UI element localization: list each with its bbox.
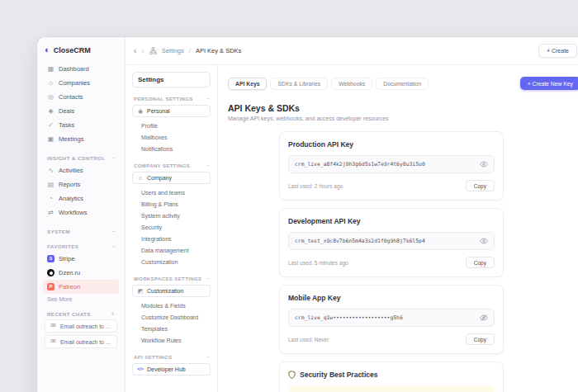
sitemap-icon: [149, 47, 157, 54]
create-button[interactable]: + Create: [538, 44, 577, 58]
page-subtitle: Manage API keys, webhooks, and access de…: [228, 116, 578, 121]
sidebar-item-activities[interactable]: ∿ Activities: [43, 163, 119, 177]
card-footer: Last used: 2 hours ago Copy: [288, 180, 495, 191]
settings-item-customization-parent[interactable]: ◩ Customization: [132, 285, 211, 297]
add-chat-icon[interactable]: +: [111, 311, 116, 317]
sidebar-item-label: Tasks: [59, 121, 74, 129]
settings-item-modules-fields[interactable]: Modules & Fields: [132, 300, 211, 311]
tab-api-keys[interactable]: API Keys: [228, 78, 267, 90]
api-key-field[interactable]: crm_live_a8f4k2j9h3g6d5s1w7e9r4t6y8u3i5o…: [288, 155, 495, 173]
group-label: API SETTINGS: [134, 355, 172, 360]
sidebar-item-companies[interactable]: ⌂ Companies: [43, 76, 119, 90]
settings-item-system-activity[interactable]: System activity: [132, 210, 211, 221]
settings-panel-title: Settings: [132, 72, 211, 87]
tab-documentation[interactable]: Documentation: [376, 78, 429, 90]
sidebar-item-deals[interactable]: ◈ Deals: [43, 104, 119, 118]
customize-icon: ◩: [137, 288, 144, 294]
sidebar-item-dashboard[interactable]: ▦ Dashboard: [43, 62, 119, 76]
favorite-item-dzen[interactable]: Dzen.ru: [43, 266, 119, 280]
api-key-field[interactable]: crm_live_q1w••••••••••••••••••g5h6: [288, 309, 495, 327]
settings-group-api[interactable]: API SETTINGS ›: [134, 354, 209, 360]
chevron-up-icon: ›: [205, 356, 211, 358]
topbar: ‹ › Settings / API Key & SDKs + Create: [126, 37, 578, 65]
sidebar-item-reports[interactable]: ▤ Reports: [43, 177, 119, 191]
back-button[interactable]: ‹: [134, 47, 136, 55]
settings-item-notifications[interactable]: Notifications: [132, 143, 211, 154]
sidebar-item-contacts[interactable]: ◎ Contacts: [43, 90, 119, 104]
copy-button[interactable]: Copy: [466, 257, 495, 268]
sidebar-item-analytics[interactable]: ◔ Analytics: [43, 191, 119, 205]
favorite-item-patreon[interactable]: P Patreon: [43, 280, 119, 294]
sidebar-item-tasks[interactable]: ✓ Tasks: [43, 118, 119, 132]
settings-group-personal[interactable]: PERSONAL SETTINGS ›: [134, 96, 209, 102]
building-icon: ⌂: [47, 80, 54, 87]
settings-item-integrations[interactable]: Integrations: [132, 233, 211, 244]
settings-item-profile[interactable]: Profile: [132, 120, 211, 131]
favorite-item-stripe[interactable]: S Stripe: [43, 252, 119, 266]
settings-item-mailboxes[interactable]: Mailboxes: [132, 131, 211, 143]
settings-item-billing-plans[interactable]: Billing & Plans: [132, 198, 211, 210]
settings-item-label: Customization: [147, 288, 183, 294]
section-label: FAVORITES: [47, 243, 78, 249]
sidebar-item-workflows[interactable]: ⇄ Workflows: [43, 205, 119, 220]
api-key-card-production: Production API Key crm_live_a8f4k2j9h3g6…: [279, 131, 504, 201]
chevron-up-icon: ›: [205, 277, 211, 280]
building-icon: ⌂: [137, 175, 144, 181]
contacts-icon: ◎: [47, 94, 54, 101]
settings-item-security[interactable]: Security: [132, 221, 211, 233]
card-footer: Last used: 5 minutes ago Copy: [288, 257, 495, 268]
api-key-value: crm_live_a8f4k2j9h3g6d5s1w7e9r4t6y8u3i5o…: [295, 161, 425, 168]
eye-off-icon[interactable]: [480, 314, 488, 322]
tasks-icon: ✓: [47, 122, 54, 129]
sidebar-section-recent-chats[interactable]: RECENT CHATS +: [47, 311, 115, 317]
chevron-up-icon: ›: [205, 164, 211, 167]
settings-item-customize-dashboard[interactable]: Customize Dashboard: [132, 311, 211, 323]
tab-webhooks[interactable]: Webhooks: [331, 78, 372, 90]
api-key-card-mobile: Mobile App Key crm_live_q1w•••••••••••••…: [279, 285, 504, 354]
settings-item-data-management[interactable]: Data management: [132, 244, 211, 256]
copy-button[interactable]: Copy: [466, 180, 495, 191]
breadcrumb-settings[interactable]: Settings: [162, 47, 184, 54]
sidebar-item-meetings[interactable]: ▣ Meetings: [43, 132, 119, 146]
recent-chat-item[interactable]: ✉ Email outreach to war...: [45, 319, 117, 333]
create-new-key-button[interactable]: + Create New Key: [520, 77, 578, 90]
activity-icon: ∿: [47, 168, 54, 174]
tab-sdks-libraries[interactable]: SDKs & Libraries: [270, 78, 328, 90]
see-more-link[interactable]: See More: [43, 294, 119, 302]
eye-icon[interactable]: [480, 160, 488, 168]
settings-item-templates[interactable]: Templates: [132, 323, 211, 334]
section-label: RECENT CHATS: [47, 311, 91, 317]
card-title: Development API Key: [288, 217, 495, 225]
settings-item-workflow-rules[interactable]: Workflow Rules: [132, 334, 211, 346]
app-window: ◐ CloseCRM ▦ Dashboard ⌂ Companies ◎ Con…: [37, 37, 578, 392]
sidebar-section-insight-control[interactable]: INSIGHT & CONTROL ›: [47, 155, 115, 161]
sidebar-section-system[interactable]: SYSTEM ›: [47, 229, 115, 234]
brand: ◐ CloseCRM: [43, 44, 119, 62]
settings-item-customization[interactable]: Customization: [132, 256, 211, 267]
section-label: INSIGHT & CONTROL: [47, 155, 105, 161]
security-best-practices-card: Security Best Practices • Never share yo…: [279, 361, 504, 392]
settings-panel: Settings PERSONAL SETTINGS › ◉ Personal …: [126, 65, 218, 392]
breadcrumb-page: API Key & SDKs: [196, 47, 241, 54]
api-key-field[interactable]: crm_test_x9c8v7b6n5m4a3s2d1f0g9h8j7k6l5p…: [288, 232, 495, 250]
settings-item-developer-hub[interactable]: </> Developer Hub: [132, 363, 211, 375]
sidebar-item-label: Reports: [59, 181, 80, 188]
copy-button[interactable]: Copy: [466, 333, 495, 345]
settings-group-workspaces[interactable]: WORKSPACES SETTINGS ›: [134, 276, 209, 281]
recent-chat-label: Email outreach to war...: [60, 324, 112, 329]
settings-item-company[interactable]: ⌂ Company: [132, 172, 211, 184]
settings-item-personal[interactable]: ◉ Personal: [132, 105, 211, 117]
sidebar: ◐ CloseCRM ▦ Dashboard ⌂ Companies ◎ Con…: [37, 37, 126, 392]
app-logo-icon: ◐: [45, 45, 50, 54]
eye-icon[interactable]: [480, 237, 488, 245]
api-key-cards: Production API Key crm_live_a8f4k2j9h3g6…: [279, 131, 504, 392]
chevron-up-icon: ›: [205, 97, 211, 100]
recent-chat-item[interactable]: ✉ Email outreach to war...: [45, 335, 117, 348]
chevron-up-icon: ›: [111, 245, 116, 248]
forward-button[interactable]: ›: [141, 47, 144, 55]
sidebar-item-label: Companies: [59, 79, 90, 87]
right-column: ‹ › Settings / API Key & SDKs + Create S…: [126, 37, 578, 392]
settings-group-company[interactable]: COMPANY SETTINGS ›: [134, 163, 209, 168]
sidebar-section-favorites[interactable]: FAVORITES ›: [47, 243, 115, 249]
settings-item-users-and-teams[interactable]: Users and teams: [132, 187, 211, 198]
